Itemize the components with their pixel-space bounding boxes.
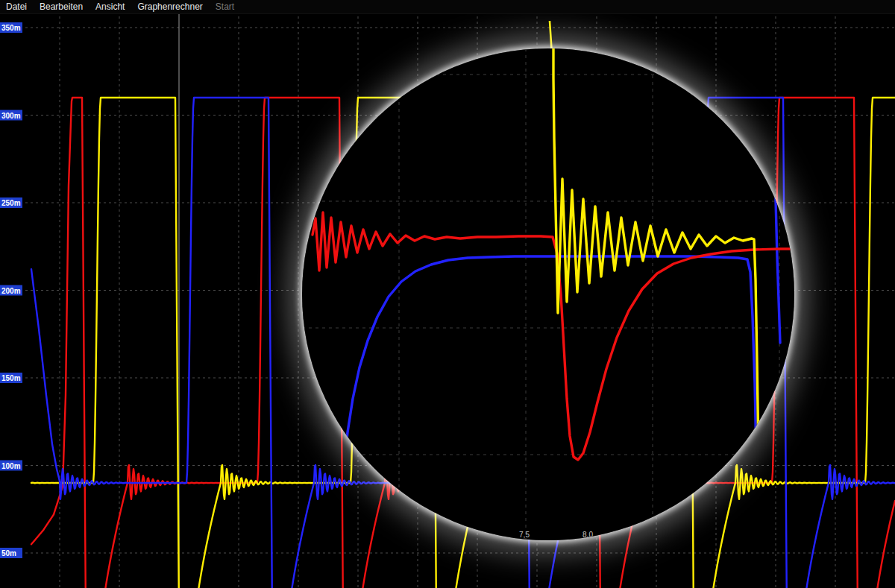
lens-x-tick-label: 7,5: [519, 531, 530, 539]
lens-trace-red: [313, 212, 794, 460]
y-axis-label: 350m: [1, 24, 21, 32]
app-window: { "app": { "menu": { "items": [ {"label"…: [0, 0, 895, 588]
y-axis-label: 300m: [1, 112, 21, 120]
y-axis-label: 200m: [1, 287, 21, 295]
menu-item-start: Start: [216, 0, 234, 14]
y-axis-label: 250m: [1, 199, 21, 207]
menu-item-bearbeiten[interactable]: Bearbeiten: [40, 0, 83, 14]
menu-item-datei[interactable]: Datei: [6, 0, 27, 14]
y-axis-label: 100m: [1, 462, 21, 470]
y-axis-label: 50m: [1, 549, 16, 557]
menu-bar: DateiBearbeitenAnsichtGraphenrechnerStar…: [0, 0, 895, 14]
menu-item-ansicht[interactable]: Ansicht: [95, 0, 125, 14]
lens-trace-blue: [341, 256, 758, 533]
zoom-lens: 7,58,0: [302, 48, 794, 540]
y-axis-label: 150m: [1, 374, 21, 382]
menu-item-graphenrechner[interactable]: Graphenrechner: [137, 0, 202, 14]
zoom-lens-canvas: 7,58,0: [302, 48, 794, 540]
